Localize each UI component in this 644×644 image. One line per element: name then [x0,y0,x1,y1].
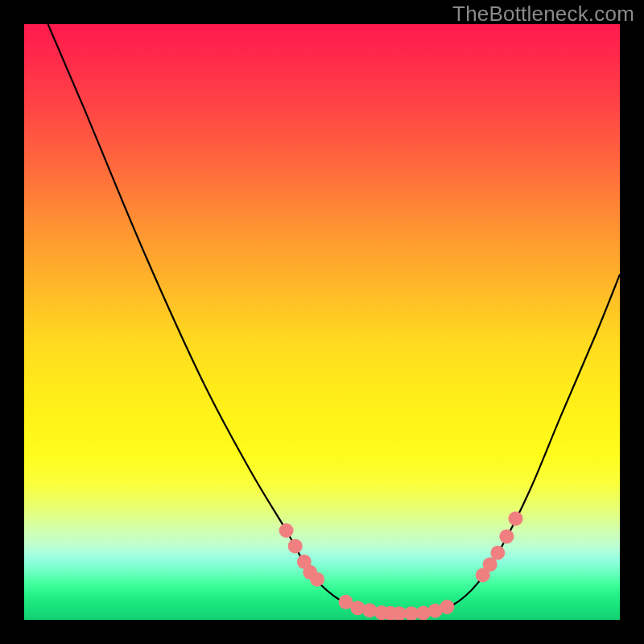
plot-area [24,24,620,620]
curve-marker [490,546,505,560]
curve-marker [440,600,454,614]
curve-marker [310,572,324,587]
curve-marker [509,511,523,526]
curve-marker [499,529,514,543]
bottleneck-curve [48,24,620,614]
curve-marker [350,601,365,615]
chart-container: TheBottleneck.com [0,0,644,644]
curve-marker [288,539,303,553]
curve-marker [279,523,294,538]
watermark-text: TheBottleneck.com [452,2,634,27]
curve-marker [362,603,377,617]
curve-layer [24,24,620,620]
